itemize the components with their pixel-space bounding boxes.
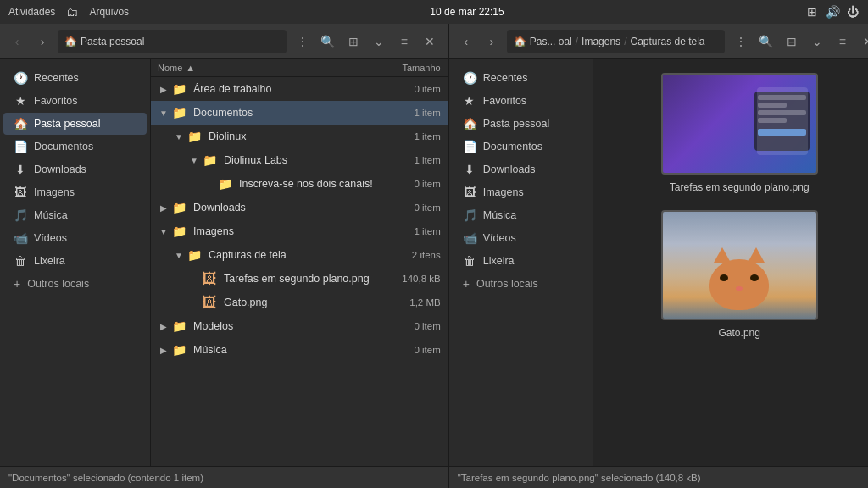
path-bar[interactable]: 🏠 Pasta pessoal [58, 30, 287, 53]
musica-icon: 🎵 [14, 208, 27, 222]
path-part-capturas[interactable]: Capturas de tela [630, 36, 704, 47]
left-manager-body: 🕐 Recentes ★ Favoritos 🏠 Pasta pessoal 📄… [0, 59, 448, 466]
cat-ear-right [748, 247, 765, 263]
sidebar-item-lixeira[interactable]: 🗑 Lixeira [3, 250, 147, 272]
file-name-tarefas: Tarefas em segundo plano.png [224, 273, 373, 285]
right-sidebar-videos[interactable]: 📹 Vídeos [453, 227, 589, 249]
file-item-imagens[interactable]: ▼ 📁 Imagens 1 item [151, 219, 448, 243]
topbar: Atividades 🗂 Arquivos 10 de mar 22:15 ⊞ … [0, 0, 868, 24]
cat-eye-right [750, 274, 759, 281]
sidebar-item-downloads[interactable]: ⬇ Downloads [3, 158, 147, 180]
right-search-button[interactable]: 🔍 [755, 30, 777, 53]
file-item-capturas-de-tela[interactable]: ▼ 📁 Capturas de tela 2 itens [151, 243, 448, 267]
file-size-musica: 0 item [373, 345, 441, 355]
right-sidebar-lixeira[interactable]: 🗑 Lixeira [453, 250, 589, 272]
sidebar-item-recentes[interactable]: 🕐 Recentes [3, 67, 147, 89]
activities-label[interactable]: Atividades [8, 6, 55, 18]
right-sort-button[interactable]: ⌄ [806, 30, 828, 53]
folder-icon-downloads: 📁 [170, 198, 188, 217]
dialog-line-1 [758, 95, 806, 100]
file-size-modelos: 0 item [373, 321, 441, 331]
right-sidebar-downloads[interactable]: ⬇ Downloads [453, 158, 589, 180]
right-sidebar-outros-locais[interactable]: + Outros locais [453, 273, 589, 295]
right-path-bar[interactable]: 🏠 Pas... oal / Imagens / Capturas de tel… [507, 30, 725, 53]
sidebar-item-favoritos[interactable]: ★ Favoritos [3, 90, 147, 112]
col-size-header: Tamanho [373, 63, 441, 73]
right-sidebar-imagens[interactable]: 🖼 Imagens [453, 181, 589, 203]
search-button[interactable]: 🔍 [317, 30, 339, 53]
file-size-diolinux-labs: 1 item [373, 155, 441, 165]
col-name-header[interactable]: Nome ▲ [158, 63, 373, 73]
path-part-home[interactable]: Pas... oal [530, 36, 572, 47]
file-item-musica[interactable]: ▶ 📁 Música 0 item [151, 338, 448, 362]
cat-head [709, 259, 769, 310]
file-item-area-de-trabalho[interactable]: ▶ 📁 Área de trabalho 0 item [151, 77, 448, 101]
file-item-modelos[interactable]: ▶ 📁 Modelos 0 item [151, 314, 448, 338]
forward-button[interactable]: › [32, 31, 53, 52]
files-icon: 🗂 [65, 5, 79, 19]
file-item-tarefas-png[interactable]: 🖼 Tarefas em segundo plano.png 140,8 kB [151, 267, 448, 291]
menu-button[interactable]: ⋮ [292, 30, 314, 53]
cat-figure [697, 242, 782, 310]
right-sidebar-recentes[interactable]: 🕐 Recentes [453, 67, 589, 89]
sidebar-label-documentos: Documentos [34, 141, 93, 152]
right-label-lixeira: Lixeira [483, 255, 515, 267]
documentos-icon: 📄 [14, 140, 27, 153]
right-lixeira-icon: 🗑 [463, 254, 476, 268]
right-list-button[interactable]: ≡ [832, 30, 854, 53]
right-grid-button[interactable]: ⊟ [781, 30, 803, 53]
right-close-button[interactable]: ✕ [857, 30, 868, 53]
right-sidebar-musica[interactable]: 🎵 Música [453, 204, 589, 226]
right-label-documentos: Documentos [483, 141, 542, 152]
sound-icon: 🔊 [826, 5, 839, 19]
right-sidebar-favoritos[interactable]: ★ Favoritos [453, 90, 589, 112]
back-button[interactable]: ‹ [7, 31, 27, 52]
sidebar-item-musica[interactable]: 🎵 Música [3, 204, 147, 226]
close-button[interactable]: ✕ [419, 30, 441, 53]
left-status-bar: "Documentos" selecionado (contendo 1 ite… [0, 466, 448, 488]
sidebar-label-pasta-pessoal: Pasta pessoal [34, 118, 101, 130]
file-item-diolinux[interactable]: ▼ 📁 Diolinux 1 item [151, 125, 448, 148]
file-item-diolinux-labs[interactable]: ▼ 📁 Diolinux Labs 1 item [151, 148, 448, 172]
file-item-downloads[interactable]: ▶ 📁 Downloads 0 item [151, 196, 448, 219]
folder-icon-imagens: 📁 [170, 222, 188, 241]
path-home[interactable]: Pasta pessoal [81, 36, 144, 47]
preview-item-gato[interactable]: Gato.png [661, 210, 818, 339]
sidebar-item-outros-locais[interactable]: + Outros locais [3, 273, 147, 295]
network-icon: ⊞ [805, 5, 819, 19]
right-sidebar-pasta-pessoal[interactable]: 🏠 Pasta pessoal [453, 113, 589, 135]
right-manager: ‹ › 🏠 Pas... oal / Imagens / Capturas de… [448, 24, 868, 488]
sidebar-item-videos[interactable]: 📹 Vídeos [3, 227, 147, 249]
sidebar-item-documentos[interactable]: 📄 Documentos [3, 136, 147, 158]
videos-icon: 📹 [14, 231, 27, 245]
left-manager-header: ‹ › 🏠 Pasta pessoal ⋮ 🔍 ⊞ ⌄ ≡ ✕ [0, 24, 448, 59]
toggle-tarefas [188, 273, 200, 285]
sort-button[interactable]: ⌄ [368, 30, 390, 53]
file-item-gato-png[interactable]: 🖼 Gato.png 1,2 MB [151, 291, 448, 314]
folder-icon-musica: 📁 [170, 341, 188, 359]
file-item-inscreva-se[interactable]: 📁 Inscreva-se nos dois canais! 0 item [151, 172, 448, 196]
sidebar-item-pasta-pessoal[interactable]: 🏠 Pasta pessoal [3, 113, 147, 135]
dialog-line-4 [758, 118, 787, 123]
sidebar-item-imagens[interactable]: 🖼 Imagens [3, 181, 147, 203]
path-part-imagens[interactable]: Imagens [581, 36, 620, 47]
right-sidebar-documentos[interactable]: 📄 Documentos [453, 136, 589, 158]
file-size-area-trabalho: 0 item [373, 84, 441, 94]
right-add-icon: + [463, 277, 470, 291]
right-outros-locais-label: Outros locais [476, 278, 538, 290]
list-view-button[interactable]: ≡ [393, 30, 415, 53]
file-item-documentos[interactable]: ▼ 📁 Documentos 1 item [151, 101, 448, 125]
sidebar-label-downloads: Downloads [34, 164, 86, 175]
preview-area: Tarefas em segundo plano.png [593, 59, 868, 466]
right-status-text: "Tarefas em segundo plano.png" seleciona… [458, 473, 701, 483]
right-forward-button[interactable]: › [481, 31, 502, 52]
right-back-button[interactable]: ‹ [456, 31, 476, 52]
preview-item-tarefas[interactable]: Tarefas em segundo plano.png [661, 73, 818, 193]
preview-gato-label: Gato.png [719, 327, 760, 339]
right-label-recentes: Recentes [483, 72, 528, 84]
right-menu-button[interactable]: ⋮ [730, 30, 752, 53]
favoritos-icon: ★ [14, 94, 27, 108]
grid-view-button[interactable]: ⊞ [342, 30, 364, 53]
file-name-area-trabalho: Área de trabalho [193, 83, 373, 95]
dialog-button [758, 129, 806, 136]
